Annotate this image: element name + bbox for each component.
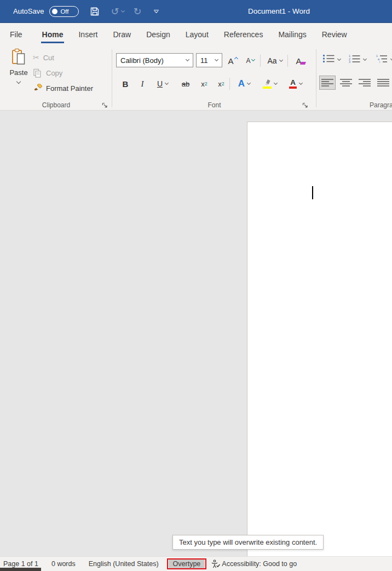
superscript-mark: 2 (222, 81, 224, 86)
font-group: Calibri (Body) 11 A A Aa A B I (112, 46, 316, 111)
tab-insert[interactable]: Insert (71, 23, 105, 46)
tab-references[interactable]: References (216, 23, 271, 46)
subscript-mark: 2 (205, 81, 207, 86)
paste-button[interactable]: Paste (7, 48, 31, 96)
paragraph-row-2 (316, 76, 392, 90)
multilevel-list-icon: 1 a i (376, 54, 388, 63)
superscript-button[interactable]: x2 (214, 77, 228, 91)
word-count[interactable]: 0 words (51, 560, 76, 568)
chevron-down-icon (16, 79, 21, 84)
tab-file[interactable]: File (2, 23, 30, 46)
justify-button[interactable] (375, 76, 391, 90)
font-size-value: 11 (200, 56, 208, 65)
chevron-down-icon (279, 58, 283, 62)
font-size-combobox[interactable]: 11 (196, 53, 222, 67)
paste-label: Paste (9, 68, 27, 77)
language-indicator[interactable]: English (United States) (89, 560, 159, 568)
autosave-toggle[interactable]: Off (49, 6, 79, 17)
align-left-icon (321, 78, 334, 87)
chevron-down-icon (165, 81, 169, 85)
caret-up-icon (234, 56, 238, 60)
chevron-down-icon (299, 81, 303, 85)
document-page[interactable] (247, 122, 392, 556)
overtype-tooltip: Text you type will overwrite existing co… (172, 535, 324, 550)
title-bar: AutoSave Off ↺ ↻ Document1 - Word (0, 0, 392, 23)
tab-design[interactable]: Design (139, 23, 178, 46)
font-group-label: Font (112, 101, 316, 109)
window-title: Document1 - Word (248, 0, 310, 23)
shrink-font-button[interactable]: A (243, 54, 258, 67)
autosave-label: AutoSave (13, 7, 44, 15)
change-case-letters: Aa (267, 56, 276, 65)
save-button[interactable] (90, 7, 100, 16)
dialog-launcher-icon (302, 102, 308, 108)
dialog-launcher-icon (102, 102, 108, 108)
page-indicator[interactable]: Page 1 of 1 (3, 560, 38, 568)
text-cursor (312, 186, 313, 199)
scissors-icon: ✂ (33, 53, 39, 62)
copy-button[interactable]: Copy (33, 66, 62, 80)
italic-button[interactable]: I (136, 77, 148, 91)
chevron-down-icon (215, 57, 218, 61)
accessibility-status[interactable]: Accessibility: Good to go (211, 560, 297, 568)
format-painter-button[interactable]: Format Painter (33, 81, 93, 95)
font-name-combobox[interactable]: Calibri (Body) (116, 53, 193, 67)
subscript-button[interactable]: x2 (197, 77, 211, 91)
grow-font-letter: A (228, 56, 233, 66)
bottom-left-dark-strip (0, 568, 41, 571)
chevron-down-icon (247, 81, 251, 85)
tab-layout[interactable]: Layout (178, 23, 216, 46)
font-dialog-launcher[interactable] (302, 102, 308, 108)
grow-font-button[interactable]: A (224, 54, 241, 67)
bullets-button[interactable] (323, 54, 335, 63)
change-case-button[interactable]: Aa (263, 54, 286, 67)
strikethrough-letters: ab (182, 80, 189, 88)
tab-mailings[interactable]: Mailings (270, 23, 314, 46)
font-color-button[interactable]: A (285, 77, 306, 91)
clipboard-group-label: Clipboard (0, 101, 112, 109)
bold-letter: B (123, 79, 129, 89)
text-effects-letter: A (238, 78, 245, 89)
align-right-button[interactable] (356, 76, 373, 90)
underline-button[interactable]: U (153, 77, 172, 91)
button-divider (229, 78, 230, 90)
clipboard-dialog-launcher[interactable] (102, 102, 108, 108)
status-bar: Page 1 of 1 0 words English (United Stat… (0, 556, 392, 571)
chevron-down-icon[interactable] (337, 56, 341, 60)
clipboard-group: Paste ✂ Cut Copy Format Painter Clipboar… (0, 46, 112, 111)
numbering-button[interactable]: 1 2 3 (349, 54, 361, 63)
customize-quick-access-button[interactable] (154, 10, 159, 13)
highlighter-icon (263, 79, 272, 89)
caret-down-icon (251, 57, 255, 61)
cut-button[interactable]: ✂ Cut (33, 50, 54, 65)
chevron-down-icon[interactable] (363, 56, 367, 60)
button-divider (287, 55, 288, 67)
document-area: Text you type will overwrite existing co… (0, 111, 392, 556)
undo-button[interactable]: ↺ (111, 5, 119, 17)
accessibility-label: Accessibility: Good to go (222, 560, 297, 568)
copy-label: Copy (46, 69, 62, 77)
align-center-icon (339, 78, 353, 87)
chevron-down-icon (154, 9, 158, 13)
tab-review[interactable]: Review (314, 23, 355, 46)
bold-button[interactable]: B (119, 77, 132, 91)
tab-home[interactable]: Home (34, 23, 71, 46)
format-painter-brush-icon (33, 84, 42, 93)
italic-letter: I (141, 79, 144, 89)
text-highlight-button[interactable] (259, 77, 281, 91)
clear-formatting-button[interactable]: A (292, 54, 309, 67)
align-center-button[interactable] (338, 76, 354, 90)
chevron-down-icon (186, 57, 189, 61)
redo-button[interactable]: ↻ (133, 5, 141, 17)
align-left-button[interactable] (319, 76, 336, 90)
save-icon (90, 7, 100, 16)
overtype-toggle[interactable]: Overtype (169, 558, 205, 569)
format-painter-label: Format Painter (46, 84, 93, 93)
strikethrough-button[interactable]: ab (178, 77, 193, 91)
numbered-list-icon: 1 2 3 (349, 54, 361, 63)
multilevel-list-button[interactable]: 1 a i (376, 54, 388, 63)
undo-chevron-icon[interactable] (121, 8, 125, 12)
text-effects-button[interactable]: A (234, 77, 255, 91)
justify-icon (377, 78, 390, 87)
tab-draw[interactable]: Draw (105, 23, 139, 46)
